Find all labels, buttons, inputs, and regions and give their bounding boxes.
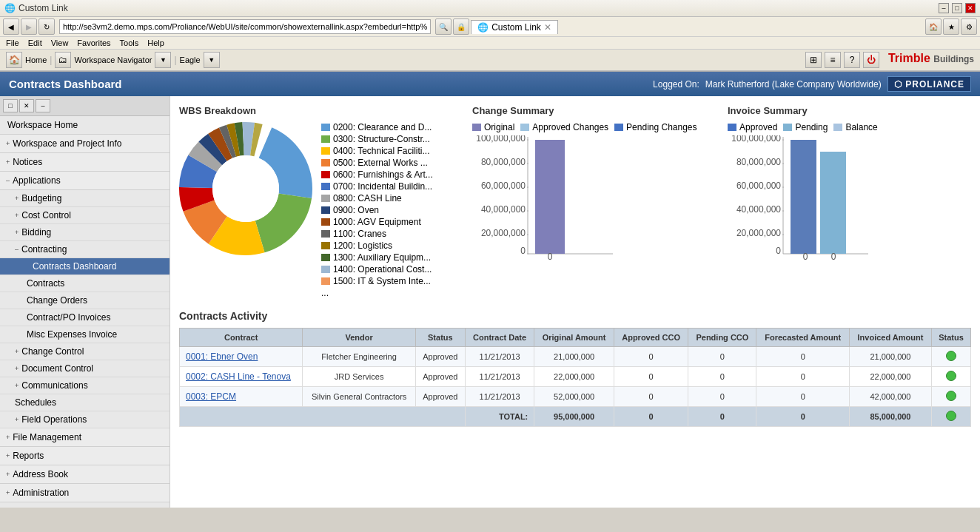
- browser-tab[interactable]: 🌐 Custom Link ✕: [471, 20, 558, 34]
- refresh-button[interactable]: ↻: [38, 18, 55, 35]
- toolbar-separator2: |: [174, 55, 176, 65]
- menu-tools[interactable]: Tools: [120, 38, 139, 47]
- sidebar-item-administration[interactable]: + Administration: [0, 484, 170, 502]
- sidebar-label-communications: Communications: [21, 380, 87, 391]
- col-contract-date: Contract Date: [465, 329, 534, 347]
- sidebar-item-bidding[interactable]: + Bidding: [0, 224, 170, 241]
- table-icon[interactable]: ≡: [825, 52, 841, 68]
- total-label: [180, 407, 466, 427]
- legend-item-1400: 1400: Operational Cost...: [321, 264, 433, 275]
- expand-icon-notices: +: [6, 158, 10, 166]
- home-toolbar-button[interactable]: 🏠: [6, 52, 22, 68]
- sidebar-item-notices[interactable]: + Notices: [0, 153, 170, 172]
- dashboard-header: Contracts Dashboard Logged On: Mark Ruth…: [0, 72, 980, 96]
- status-0003: Approved: [415, 387, 465, 407]
- col-pending-cco: Pending CCO: [688, 329, 756, 347]
- contract-link-0001[interactable]: 0001: Ebner Oven: [186, 351, 258, 362]
- tab-close-button[interactable]: ✕: [544, 22, 551, 33]
- menu-help[interactable]: Help: [147, 38, 164, 47]
- legend-approved: Approved: [728, 122, 777, 132]
- forecasted-0001: 0: [756, 347, 850, 367]
- svg-text:0: 0: [548, 252, 553, 261]
- nav-bar: ◀ ▶ ↻ 🔍 🔒 🌐 Custom Link ✕ 🏠 ★ ⚙: [0, 17, 980, 37]
- address-bar[interactable]: [59, 19, 431, 34]
- maximize-button[interactable]: □: [952, 3, 962, 13]
- sidebar-item-contract-po-invoices[interactable]: Contract/PO Invoices: [0, 309, 170, 326]
- expand-icon-reports: +: [6, 452, 10, 459]
- legend-item-more: ...: [321, 288, 433, 298]
- logged-on-label: Logged On:: [653, 79, 699, 90]
- svg-text:0: 0: [776, 246, 781, 256]
- certificate-icon[interactable]: 🔒: [453, 18, 469, 35]
- app-toolbar: 🏠 Home | 🗂 Workspace Navigator ▼ | Eagle…: [0, 50, 980, 71]
- col-status-indicator: Status: [931, 329, 970, 347]
- sidebar-item-communications[interactable]: + Communications: [0, 377, 170, 394]
- help-icon[interactable]: ?: [844, 52, 860, 68]
- sidebar-item-address-book[interactable]: + Address Book: [0, 465, 170, 484]
- workspace-navigator-icon[interactable]: 🗂: [55, 52, 71, 68]
- menu-favorites[interactable]: Favorites: [77, 38, 110, 47]
- vendor-0002: JRD Services: [303, 367, 415, 387]
- sidebar-item-change-control[interactable]: + Change Control: [0, 343, 170, 360]
- sidebar-item-misc-expenses[interactable]: Misc Expenses Invoice: [0, 326, 170, 343]
- contract-link-0003[interactable]: 0003: EPCM: [186, 391, 236, 402]
- power-icon[interactable]: ⏻: [863, 52, 879, 68]
- legend-item-1500: 1500: IT & System Inte...: [321, 276, 433, 286]
- sidebar-label-change-control: Change Control: [21, 346, 84, 357]
- search-icon[interactable]: 🔍: [435, 18, 452, 35]
- invoice-summary-container: Invoice Summary Approved Pending Balance…: [728, 105, 971, 298]
- col-status: Status: [415, 329, 465, 347]
- sidebar-item-workspace-project-info[interactable]: + Workspace and Project Info: [0, 135, 170, 153]
- sidebar-item-document-control[interactable]: + Document Control: [0, 360, 170, 377]
- sidebar-label-schedules: Schedules: [15, 397, 56, 408]
- menu-file[interactable]: File: [6, 38, 19, 47]
- sidebar-item-budgeting[interactable]: + Budgeting: [0, 190, 170, 207]
- legend-approved-changes: Approved Changes: [520, 122, 608, 132]
- workspace-nav-dropdown-icon[interactable]: ▼: [155, 52, 171, 68]
- sidebar-item-file-management[interactable]: + File Management: [0, 428, 170, 447]
- sidebar-item-contracts[interactable]: Contracts: [0, 275, 170, 292]
- sidebar-item-reports[interactable]: + Reports: [0, 447, 170, 465]
- svg-rect-23: [535, 140, 565, 254]
- sidebar-item-contracting[interactable]: – Contracting: [0, 241, 170, 258]
- legend-balance: Balance: [833, 122, 877, 132]
- favorites-icon[interactable]: ★: [943, 18, 959, 35]
- sidebar-item-applications[interactable]: – Applications: [0, 172, 170, 190]
- contract-link-0002[interactable]: 0002: CASH Line - Tenova: [186, 371, 291, 382]
- change-summary-title: Change Summary: [472, 105, 716, 116]
- back-button[interactable]: ◀: [3, 18, 19, 35]
- menu-edit[interactable]: Edit: [28, 38, 42, 47]
- expand-icon-cost-control: +: [15, 212, 19, 219]
- forward-button[interactable]: ▶: [21, 18, 37, 35]
- toolbar-left: 🏠 Home | 🗂 Workspace Navigator ▼ | Eagle…: [6, 52, 220, 68]
- menu-view[interactable]: View: [51, 38, 69, 47]
- grid-icon[interactable]: ⊞: [805, 52, 822, 68]
- expand-icon-communications: +: [15, 382, 19, 389]
- sidebar-btn-2[interactable]: ✕: [19, 99, 34, 112]
- sidebar-item-field-operations[interactable]: + Field Operations: [0, 411, 170, 428]
- settings-icon[interactable]: ⚙: [961, 18, 977, 35]
- svg-rect-40: [820, 152, 846, 254]
- svg-text:80,000,000: 80,000,000: [481, 157, 526, 167]
- proliance-logo-icon: ⬡: [894, 79, 902, 90]
- pending-cco-0002: 0: [688, 367, 756, 387]
- sidebar-btn-3[interactable]: –: [36, 99, 50, 112]
- eagle-dropdown-icon[interactable]: ▼: [204, 52, 220, 68]
- close-button[interactable]: ✕: [965, 3, 976, 13]
- sidebar-item-cost-control[interactable]: + Cost Control: [0, 207, 170, 224]
- tab-label: Custom Link: [491, 22, 541, 33]
- legend-item-0500: 0500: External Works ...: [321, 158, 433, 168]
- minimize-button[interactable]: –: [939, 3, 949, 13]
- app-container: Contracts Dashboard Logged On: Mark Ruth…: [0, 72, 980, 508]
- pending-cco-0003: 0: [688, 387, 756, 407]
- table-row: 0003: EPCM Silvin General Contractors Ap…: [180, 387, 971, 407]
- sidebar-item-schedules[interactable]: Schedules: [0, 394, 170, 411]
- date-0001: 11/21/2013: [465, 347, 534, 367]
- sidebar-btn-1[interactable]: □: [3, 99, 18, 112]
- legend-pending: Pending: [783, 122, 828, 132]
- expand-icon-address-book: +: [6, 471, 10, 478]
- sidebar-item-change-orders[interactable]: Change Orders: [0, 292, 170, 309]
- home-icon[interactable]: 🏠: [925, 18, 942, 35]
- sidebar-item-contracts-dashboard[interactable]: Contracts Dashboard: [0, 258, 170, 275]
- sidebar-item-workspace-home[interactable]: Workspace Home: [0, 116, 170, 135]
